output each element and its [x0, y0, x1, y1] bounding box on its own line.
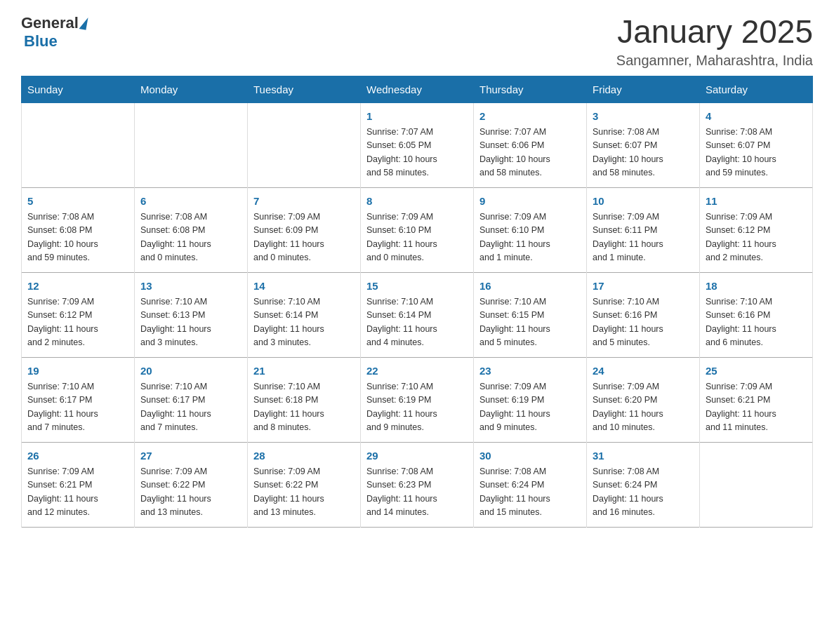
logo-text: General — [21, 14, 88, 32]
day-info: Sunrise: 7:10 AM Sunset: 6:14 PM Dayligh… — [366, 295, 468, 350]
day-info: Sunrise: 7:10 AM Sunset: 6:19 PM Dayligh… — [366, 380, 468, 435]
calendar-cell: 24Sunrise: 7:09 AM Sunset: 6:20 PM Dayli… — [587, 357, 700, 442]
calendar-header-thursday: Thursday — [474, 76, 587, 102]
day-number: 29 — [366, 448, 468, 464]
day-number: 14 — [253, 279, 355, 295]
day-info: Sunrise: 7:09 AM Sunset: 6:09 PM Dayligh… — [253, 210, 355, 265]
calendar-cell: 31Sunrise: 7:08 AM Sunset: 6:24 PM Dayli… — [587, 442, 700, 527]
day-number: 18 — [706, 279, 807, 295]
day-info: Sunrise: 7:08 AM Sunset: 6:24 PM Dayligh… — [479, 465, 581, 520]
day-info: Sunrise: 7:09 AM Sunset: 6:20 PM Dayligh… — [593, 380, 694, 435]
day-number: 28 — [253, 448, 355, 464]
location-title: Sangamner, Maharashtra, India — [616, 53, 813, 69]
day-number: 17 — [593, 279, 694, 295]
day-number: 23 — [479, 363, 581, 380]
day-number: 24 — [593, 363, 694, 380]
logo-triangle-icon — [79, 16, 88, 29]
calendar-header-row: SundayMondayTuesdayWednesdayThursdayFrid… — [22, 76, 813, 102]
day-info: Sunrise: 7:09 AM Sunset: 6:12 PM Dayligh… — [706, 210, 807, 265]
day-info: Sunrise: 7:09 AM Sunset: 6:19 PM Dayligh… — [479, 380, 581, 435]
day-info: Sunrise: 7:07 AM Sunset: 6:06 PM Dayligh… — [479, 126, 581, 180]
day-number: 26 — [27, 448, 128, 464]
day-number: 9 — [479, 194, 581, 210]
calendar-cell: 19Sunrise: 7:10 AM Sunset: 6:17 PM Dayli… — [22, 357, 135, 442]
calendar-cell: 10Sunrise: 7:09 AM Sunset: 6:11 PM Dayli… — [587, 187, 700, 272]
calendar-cell: 11Sunrise: 7:09 AM Sunset: 6:12 PM Dayli… — [700, 187, 813, 272]
calendar-cell: 8Sunrise: 7:09 AM Sunset: 6:10 PM Daylig… — [361, 187, 474, 272]
day-number: 4 — [706, 109, 807, 125]
calendar-cell — [22, 102, 135, 187]
calendar-cell: 15Sunrise: 7:10 AM Sunset: 6:14 PM Dayli… — [361, 272, 474, 357]
day-info: Sunrise: 7:08 AM Sunset: 6:23 PM Dayligh… — [366, 465, 468, 520]
day-info: Sunrise: 7:10 AM Sunset: 6:18 PM Dayligh… — [253, 380, 355, 435]
day-number: 31 — [593, 448, 694, 464]
day-info: Sunrise: 7:09 AM Sunset: 6:10 PM Dayligh… — [479, 210, 581, 265]
title-area: January 2025 Sangamner, Maharashtra, Ind… — [616, 14, 813, 69]
logo-general-text: General — [21, 14, 79, 32]
day-number: 8 — [366, 194, 468, 210]
day-info: Sunrise: 7:10 AM Sunset: 6:16 PM Dayligh… — [593, 295, 694, 350]
calendar-cell: 18Sunrise: 7:10 AM Sunset: 6:16 PM Dayli… — [700, 272, 813, 357]
calendar-cell — [700, 442, 813, 527]
day-number: 25 — [706, 363, 807, 380]
day-number: 13 — [140, 279, 241, 295]
calendar-cell: 22Sunrise: 7:10 AM Sunset: 6:19 PM Dayli… — [361, 357, 474, 442]
day-number: 22 — [366, 363, 468, 380]
day-number: 1 — [366, 109, 468, 125]
calendar-cell: 30Sunrise: 7:08 AM Sunset: 6:24 PM Dayli… — [474, 442, 587, 527]
calendar-header-tuesday: Tuesday — [248, 76, 361, 102]
day-info: Sunrise: 7:10 AM Sunset: 6:17 PM Dayligh… — [27, 380, 128, 435]
calendar-cell: 13Sunrise: 7:10 AM Sunset: 6:13 PM Dayli… — [135, 272, 248, 357]
day-info: Sunrise: 7:08 AM Sunset: 6:08 PM Dayligh… — [140, 210, 241, 265]
day-info: Sunrise: 7:10 AM Sunset: 6:16 PM Dayligh… — [706, 295, 807, 350]
calendar-cell: 1Sunrise: 7:07 AM Sunset: 6:05 PM Daylig… — [361, 102, 474, 187]
calendar-cell: 7Sunrise: 7:09 AM Sunset: 6:09 PM Daylig… — [248, 187, 361, 272]
calendar-week-row: 19Sunrise: 7:10 AM Sunset: 6:17 PM Dayli… — [22, 357, 813, 442]
day-info: Sunrise: 7:09 AM Sunset: 6:22 PM Dayligh… — [140, 465, 241, 520]
calendar-cell: 23Sunrise: 7:09 AM Sunset: 6:19 PM Dayli… — [474, 357, 587, 442]
day-info: Sunrise: 7:10 AM Sunset: 6:15 PM Dayligh… — [479, 295, 581, 350]
calendar-cell: 17Sunrise: 7:10 AM Sunset: 6:16 PM Dayli… — [587, 272, 700, 357]
day-info: Sunrise: 7:09 AM Sunset: 6:21 PM Dayligh… — [706, 380, 807, 435]
day-number: 30 — [479, 448, 581, 464]
calendar-cell: 12Sunrise: 7:09 AM Sunset: 6:12 PM Dayli… — [22, 272, 135, 357]
day-info: Sunrise: 7:09 AM Sunset: 6:12 PM Dayligh… — [27, 295, 128, 350]
day-number: 12 — [27, 279, 128, 295]
calendar-cell: 21Sunrise: 7:10 AM Sunset: 6:18 PM Dayli… — [248, 357, 361, 442]
day-info: Sunrise: 7:09 AM Sunset: 6:10 PM Dayligh… — [366, 210, 468, 265]
calendar-cell: 9Sunrise: 7:09 AM Sunset: 6:10 PM Daylig… — [474, 187, 587, 272]
day-number: 7 — [253, 194, 355, 210]
calendar-cell: 27Sunrise: 7:09 AM Sunset: 6:22 PM Dayli… — [135, 442, 248, 527]
calendar-cell: 14Sunrise: 7:10 AM Sunset: 6:14 PM Dayli… — [248, 272, 361, 357]
page-header: General Blue January 2025 Sangamner, Mah… — [21, 14, 813, 69]
calendar-cell: 16Sunrise: 7:10 AM Sunset: 6:15 PM Dayli… — [474, 272, 587, 357]
day-info: Sunrise: 7:09 AM Sunset: 6:21 PM Dayligh… — [27, 465, 128, 520]
day-info: Sunrise: 7:10 AM Sunset: 6:14 PM Dayligh… — [253, 295, 355, 350]
day-number: 27 — [140, 448, 241, 464]
calendar-week-row: 26Sunrise: 7:09 AM Sunset: 6:21 PM Dayli… — [22, 442, 813, 527]
day-info: Sunrise: 7:09 AM Sunset: 6:11 PM Dayligh… — [593, 210, 694, 265]
day-info: Sunrise: 7:08 AM Sunset: 6:07 PM Dayligh… — [593, 126, 694, 180]
calendar-cell: 26Sunrise: 7:09 AM Sunset: 6:21 PM Dayli… — [22, 442, 135, 527]
calendar-cell: 3Sunrise: 7:08 AM Sunset: 6:07 PM Daylig… — [587, 102, 700, 187]
calendar-cell: 6Sunrise: 7:08 AM Sunset: 6:08 PM Daylig… — [135, 187, 248, 272]
calendar-cell: 2Sunrise: 7:07 AM Sunset: 6:06 PM Daylig… — [474, 102, 587, 187]
day-number: 6 — [140, 194, 241, 210]
calendar-week-row: 12Sunrise: 7:09 AM Sunset: 6:12 PM Dayli… — [22, 272, 813, 357]
day-number: 10 — [593, 194, 694, 210]
calendar-cell: 5Sunrise: 7:08 AM Sunset: 6:08 PM Daylig… — [22, 187, 135, 272]
calendar-header-friday: Friday — [587, 76, 700, 102]
month-title: January 2025 — [616, 14, 813, 50]
calendar-cell: 25Sunrise: 7:09 AM Sunset: 6:21 PM Dayli… — [700, 357, 813, 442]
calendar-cell: 20Sunrise: 7:10 AM Sunset: 6:17 PM Dayli… — [135, 357, 248, 442]
calendar-week-row: 5Sunrise: 7:08 AM Sunset: 6:08 PM Daylig… — [22, 187, 813, 272]
day-number: 16 — [479, 279, 581, 295]
day-number: 20 — [140, 363, 241, 380]
calendar-cell: 4Sunrise: 7:08 AM Sunset: 6:07 PM Daylig… — [700, 102, 813, 187]
day-number: 15 — [366, 279, 468, 295]
calendar-header-wednesday: Wednesday — [361, 76, 474, 102]
day-info: Sunrise: 7:08 AM Sunset: 6:08 PM Dayligh… — [27, 210, 128, 265]
day-number: 19 — [27, 363, 128, 380]
day-number: 21 — [253, 363, 355, 380]
calendar-header-monday: Monday — [135, 76, 248, 102]
